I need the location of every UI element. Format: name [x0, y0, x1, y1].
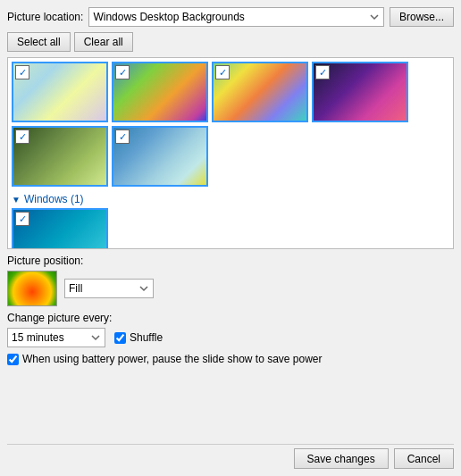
thumbnail-item[interactable]: ✓ — [12, 126, 108, 187]
position-select[interactable]: Fill Fit Stretch Tile Center — [64, 279, 154, 298]
browse-button[interactable]: Browse... — [390, 7, 454, 27]
thumb-checkbox-4[interactable]: ✓ — [315, 65, 330, 79]
windows-thumbnails-grid: ✓ — [8, 208, 453, 249]
preview-thumbnail — [7, 271, 57, 306]
change-picture-section: Change picture every: 15 minutes 1 minut… — [7, 312, 454, 347]
thumb-checkbox-2[interactable]: ✓ — [115, 65, 130, 79]
thumb-checkbox-5[interactable]: ✓ — [15, 129, 29, 144]
clear-all-button[interactable]: Clear all — [74, 32, 133, 52]
interval-select[interactable]: 15 minutes 1 minute 3 minutes 5 minutes … — [7, 328, 105, 347]
thumb-checkbox-3[interactable]: ✓ — [215, 65, 230, 79]
picture-location-label: Picture location: — [7, 11, 83, 23]
battery-label: When using battery power, pause the slid… — [22, 353, 323, 365]
thumbnail-item[interactable]: ✓ — [212, 62, 308, 122]
thumb-checkbox-7[interactable]: ✓ — [15, 212, 29, 226]
cancel-button[interactable]: Cancel — [394, 448, 454, 469]
thumbnail-item[interactable]: ✓ — [112, 126, 208, 187]
thumbnail-item[interactable]: ✓ — [312, 62, 408, 122]
picture-location-row: Picture location: Windows Desktop Backgr… — [7, 7, 454, 27]
bottom-buttons: Save changes Cancel — [7, 444, 454, 469]
main-container: Picture location: Windows Desktop Backgr… — [0, 0, 461, 476]
thumbnails-container[interactable]: ✓ ✓ ✓ ✓ ✓ ✓ — [7, 57, 454, 249]
change-picture-label: Change picture every: — [7, 312, 454, 324]
thumbnails-grid: ✓ ✓ ✓ ✓ ✓ ✓ — [8, 58, 453, 190]
battery-checkbox[interactable] — [7, 354, 19, 365]
picture-position-row: Fill Fit Stretch Tile Center — [7, 271, 454, 306]
thumb-checkbox-6[interactable]: ✓ — [115, 129, 130, 144]
thumbnail-item-windows[interactable]: ✓ — [12, 208, 108, 249]
picture-position-section: Picture position: Fill Fit Stretch Tile … — [7, 255, 454, 306]
thumbnail-item[interactable]: ✓ — [12, 62, 108, 122]
select-clear-row: Select all Clear all — [7, 32, 454, 52]
shuffle-row: Shuffle — [114, 331, 163, 344]
windows-group-name: Windows (1) — [24, 193, 84, 205]
windows-group-label[interactable]: ▼ Windows (1) — [8, 190, 453, 208]
thumbnail-item[interactable]: ✓ — [112, 62, 208, 122]
change-picture-row: 15 minutes 1 minute 3 minutes 5 minutes … — [7, 328, 454, 347]
thumb-checkbox-1[interactable]: ✓ — [15, 65, 29, 79]
preview-flower-image — [8, 271, 56, 305]
battery-row: When using battery power, pause the slid… — [7, 353, 454, 365]
select-all-button[interactable]: Select all — [7, 32, 71, 52]
shuffle-checkbox[interactable] — [114, 332, 126, 344]
picture-location-select[interactable]: Windows Desktop Backgrounds — [88, 7, 384, 27]
save-changes-button[interactable]: Save changes — [294, 448, 389, 469]
picture-position-label: Picture position: — [7, 255, 454, 267]
shuffle-label: Shuffle — [130, 331, 163, 344]
group-arrow-icon: ▼ — [12, 195, 21, 205]
